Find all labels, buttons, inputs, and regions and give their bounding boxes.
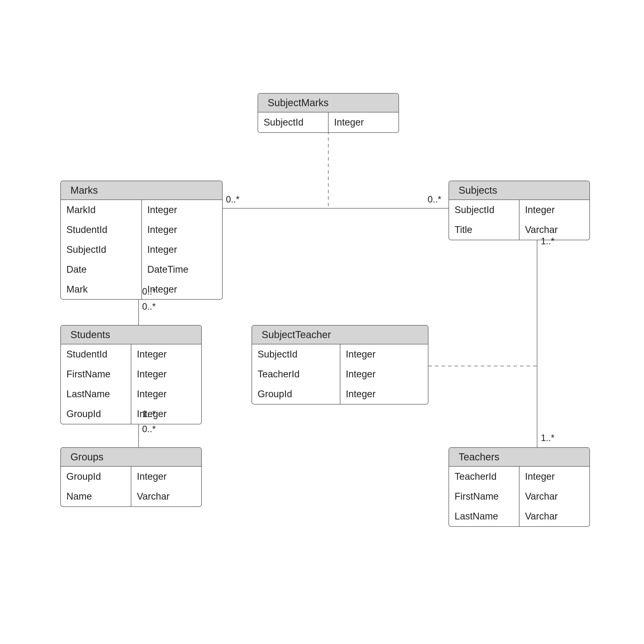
entity-teachers: Teachers TeacherId FirstName LastName In… [449, 447, 590, 527]
entity-title: SubjectTeacher [252, 326, 428, 344]
field-name: Mark [61, 279, 141, 299]
entity-title: Subjects [449, 181, 589, 200]
field-name: Name [61, 487, 131, 506]
field-name: GroupId [61, 467, 131, 487]
multiplicity-label: 1..* [541, 433, 554, 443]
field-type: Integer [131, 404, 201, 424]
field-type: Varchar [519, 506, 589, 526]
multiplicity-label: 0..* [428, 194, 441, 205]
field-type: Integer [340, 364, 428, 384]
field-type: DateTime [142, 260, 222, 279]
field-type: Integer [131, 384, 201, 404]
entity-title: Marks [61, 181, 222, 200]
entity-groups: Groups GroupId Name Integer Varchar [60, 447, 202, 507]
field-name: Date [61, 260, 141, 279]
field-name: GroupId [61, 404, 131, 424]
field-name: SubjectId [449, 200, 519, 220]
field-type: Varchar [131, 487, 201, 506]
entity-title: Students [61, 326, 201, 344]
entity-title: SubjectMarks [258, 94, 398, 112]
field-name: SubjectId [252, 344, 340, 364]
entity-students: Students StudentId FirstName LastName Gr… [60, 325, 202, 424]
field-type: Varchar [519, 487, 589, 506]
field-type: Integer [142, 240, 222, 260]
field-name: TeacherId [449, 467, 519, 487]
field-name: LastName [449, 506, 519, 526]
entity-subjectmarks: SubjectMarks SubjectId Integer [258, 93, 399, 133]
field-name: SubjectId [258, 112, 328, 132]
field-name: StudentId [61, 344, 131, 364]
multiplicity-label: 0..* [142, 286, 156, 297]
field-type: Integer [131, 344, 201, 364]
field-type: Integer [329, 112, 398, 132]
entity-subjectteacher: SubjectTeacher SubjectId TeacherId Group… [252, 325, 428, 405]
field-name: MarkId [61, 200, 141, 220]
field-name: Title [449, 220, 519, 240]
entity-subjects: Subjects SubjectId Title Integer Varchar [449, 181, 590, 240]
multiplicity-label: 1..* [541, 236, 554, 247]
er-diagram-canvas: SubjectMarks SubjectId Integer Marks Mar… [0, 0, 644, 644]
field-name: LastName [61, 384, 131, 404]
field-type: Integer [131, 467, 201, 487]
multiplicity-label: 1..* [142, 409, 156, 419]
field-type: Integer [340, 384, 428, 404]
multiplicity-label: 0..* [226, 194, 239, 205]
field-name: StudentId [61, 220, 141, 240]
multiplicity-label: 0..* [142, 301, 156, 312]
field-type: Integer [142, 220, 222, 240]
field-name: FirstName [61, 364, 131, 384]
field-type: Integer [131, 364, 201, 384]
field-name: FirstName [449, 487, 519, 506]
field-name: SubjectId [61, 240, 141, 260]
entity-marks: Marks MarkId StudentId SubjectId Date Ma… [60, 181, 223, 300]
field-name: GroupId [252, 384, 340, 404]
field-name: TeacherId [252, 364, 340, 384]
field-type: Integer [519, 467, 589, 487]
entity-title: Teachers [449, 448, 589, 467]
field-type: Integer [340, 344, 428, 364]
field-type: Integer [519, 200, 589, 220]
multiplicity-label: 0..* [142, 424, 156, 434]
entity-title: Groups [61, 448, 201, 467]
field-type: Integer [142, 200, 222, 220]
